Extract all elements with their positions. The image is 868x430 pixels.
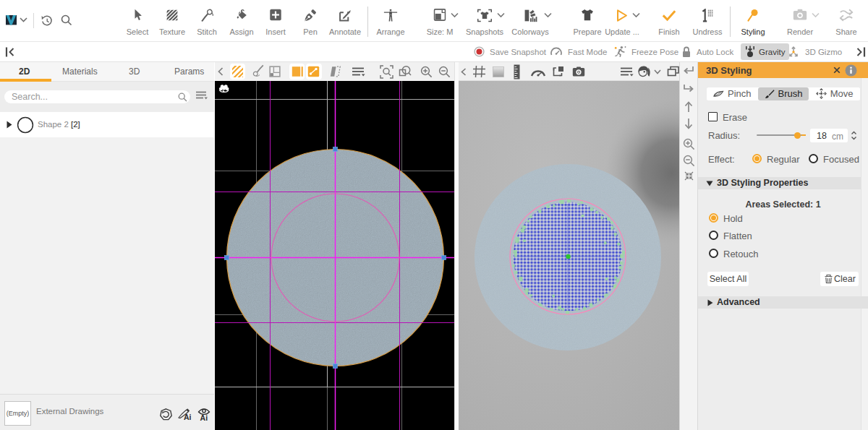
svg-text:Ai: Ai	[184, 413, 192, 421]
svg-text:Ai: Ai	[200, 413, 208, 421]
